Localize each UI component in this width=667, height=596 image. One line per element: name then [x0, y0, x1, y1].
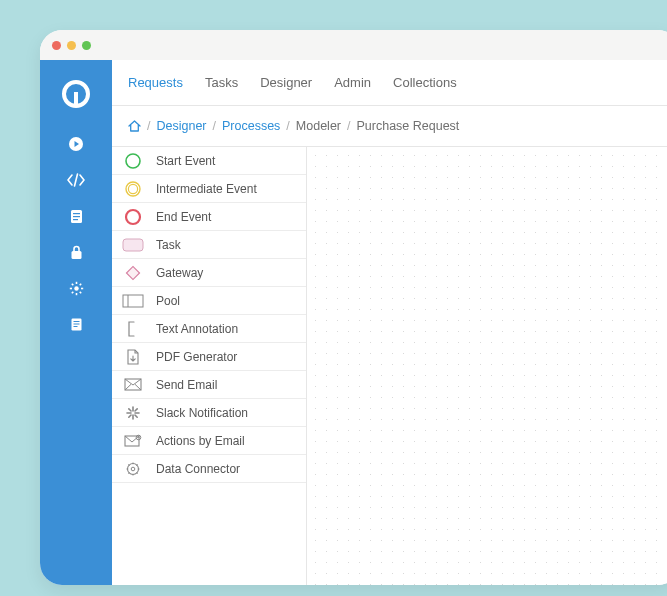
svg-rect-18: [73, 321, 79, 322]
slack-notification-icon: [122, 404, 144, 422]
svg-rect-26: [126, 266, 139, 279]
svg-line-16: [71, 291, 73, 293]
lock-icon[interactable]: [66, 242, 86, 262]
palette-item-label: Slack Notification: [156, 406, 248, 420]
window-minimize-icon[interactable]: [67, 41, 76, 50]
palette-task[interactable]: Task: [112, 231, 306, 259]
palette-item-label: PDF Generator: [156, 350, 237, 364]
svg-rect-6: [73, 219, 78, 220]
palette-item-label: Data Connector: [156, 462, 240, 476]
palette-start-event[interactable]: Start Event: [112, 147, 306, 175]
svg-rect-25: [123, 239, 143, 251]
element-palette: Start Event Intermediate Event End Event: [112, 147, 307, 585]
palette-pool[interactable]: Pool: [112, 287, 306, 315]
workspace: Start Event Intermediate Event End Event: [112, 146, 667, 585]
clipboard-icon[interactable]: [66, 314, 86, 334]
palette-item-label: Text Annotation: [156, 322, 238, 336]
palette-item-label: Actions by Email: [156, 434, 245, 448]
svg-point-41: [131, 467, 135, 471]
nav-requests[interactable]: Requests: [128, 75, 183, 90]
send-email-icon: [122, 376, 144, 394]
pool-icon: [122, 292, 144, 310]
palette-item-label: Gateway: [156, 266, 203, 280]
window-titlebar: [40, 30, 667, 60]
svg-line-14: [79, 291, 81, 293]
palette-intermediate-event[interactable]: Intermediate Event: [112, 175, 306, 203]
svg-point-21: [126, 154, 140, 168]
nav-admin[interactable]: Admin: [334, 75, 371, 90]
svg-rect-27: [123, 295, 143, 307]
palette-item-label: Intermediate Event: [156, 182, 257, 196]
svg-line-34: [129, 408, 131, 410]
svg-point-23: [128, 184, 137, 193]
svg-rect-1: [74, 92, 78, 106]
app-window: Requests Tasks Designer Admin Collection…: [40, 30, 667, 585]
svg-line-37: [129, 415, 131, 417]
svg-rect-20: [73, 326, 77, 327]
window-zoom-icon[interactable]: [82, 41, 91, 50]
pdf-generator-icon: [122, 348, 144, 366]
svg-line-36: [135, 408, 137, 410]
play-circle-icon[interactable]: [66, 134, 86, 154]
window-close-icon[interactable]: [52, 41, 61, 50]
palette-gateway[interactable]: Gateway: [112, 259, 306, 287]
intermediate-event-icon: [122, 180, 144, 198]
palette-send-email[interactable]: Send Email: [112, 371, 306, 399]
palette-data-connector[interactable]: Data Connector: [112, 455, 306, 483]
palette-end-event[interactable]: End Event: [112, 203, 306, 231]
svg-point-24: [126, 210, 140, 224]
breadcrumb: / Designer / Processes / Modeler / Purch…: [112, 106, 667, 146]
code-icon[interactable]: [66, 170, 86, 190]
gateway-icon: [122, 264, 144, 282]
palette-slack-notification[interactable]: Slack Notification: [112, 399, 306, 427]
svg-line-13: [71, 283, 73, 285]
document-icon[interactable]: [66, 206, 86, 226]
palette-actions-by-email[interactable]: Actions by Email: [112, 427, 306, 455]
nav-tasks[interactable]: Tasks: [205, 75, 238, 90]
breadcrumb-separator: /: [286, 119, 289, 133]
svg-line-15: [79, 283, 81, 285]
breadcrumb-processes[interactable]: Processes: [222, 119, 280, 133]
svg-rect-19: [73, 323, 79, 324]
breadcrumb-home-icon[interactable]: [128, 120, 141, 132]
breadcrumb-purchase-request: Purchase Request: [357, 119, 460, 133]
breadcrumb-designer[interactable]: Designer: [156, 119, 206, 133]
data-connector-icon: [122, 460, 144, 478]
end-event-icon: [122, 208, 144, 226]
svg-rect-5: [73, 216, 80, 217]
task-icon: [122, 236, 144, 254]
palette-item-label: Start Event: [156, 154, 215, 168]
breadcrumb-separator: /: [347, 119, 350, 133]
breadcrumb-modeler: Modeler: [296, 119, 341, 133]
palette-item-label: Task: [156, 238, 181, 252]
svg-rect-4: [73, 213, 80, 214]
sidebar: [40, 60, 112, 585]
palette-pdf-generator[interactable]: PDF Generator: [112, 343, 306, 371]
svg-line-35: [135, 415, 137, 417]
top-nav: Requests Tasks Designer Admin Collection…: [112, 60, 667, 106]
palette-item-label: Send Email: [156, 378, 217, 392]
palette-text-annotation[interactable]: Text Annotation: [112, 315, 306, 343]
breadcrumb-separator: /: [147, 119, 150, 133]
breadcrumb-separator: /: [213, 119, 216, 133]
palette-item-label: Pool: [156, 294, 180, 308]
start-event-icon: [122, 152, 144, 170]
gear-icon[interactable]: [66, 278, 86, 298]
app-body: Requests Tasks Designer Admin Collection…: [40, 60, 667, 585]
svg-point-8: [74, 286, 78, 290]
text-annotation-icon: [122, 320, 144, 338]
palette-item-label: End Event: [156, 210, 211, 224]
main-area: Requests Tasks Designer Admin Collection…: [112, 60, 667, 585]
actions-by-email-icon: [122, 432, 144, 450]
app-logo[interactable]: [52, 70, 100, 118]
modeler-canvas[interactable]: [307, 147, 667, 585]
svg-rect-7: [71, 251, 81, 259]
nav-collections[interactable]: Collections: [393, 75, 457, 90]
nav-designer[interactable]: Designer: [260, 75, 312, 90]
